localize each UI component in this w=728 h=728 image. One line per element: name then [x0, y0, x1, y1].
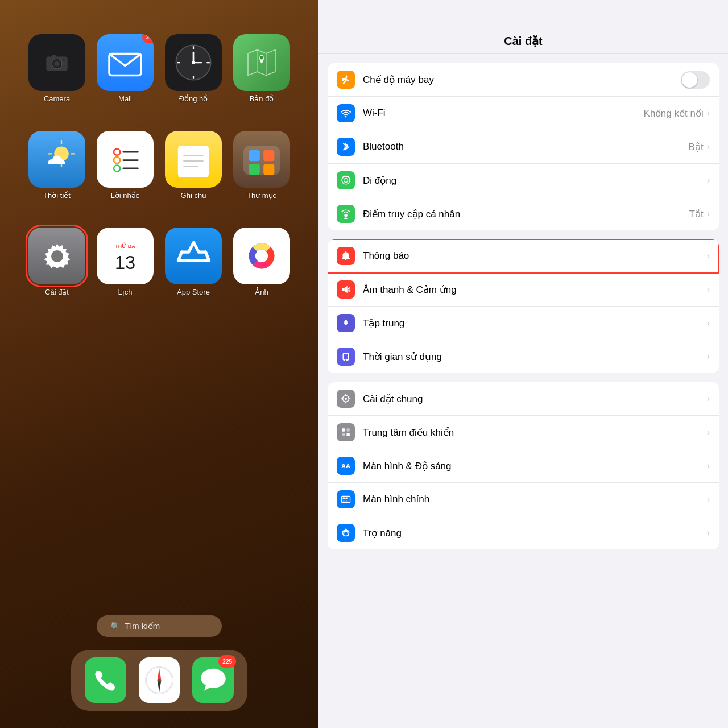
display-label: Màn hình & Độ sáng: [363, 460, 707, 472]
settings-header: Cài đặt: [318, 0, 728, 54]
svg-text:ТHỨ BA: ТHỨ BA: [115, 242, 135, 249]
svg-point-59: [344, 214, 348, 217]
svg-rect-74: [346, 428, 350, 432]
hotspot-value: Tắt: [689, 208, 704, 220]
app-folder[interactable]: Thư mục: [230, 131, 293, 222]
app-maps-label: Bản đồ: [250, 94, 274, 103]
sound-label: Âm thanh & Cảm ứng: [363, 284, 707, 296]
app-calendar[interactable]: ТHỨ BA 13 Lịch: [94, 228, 156, 318]
settings-row-display[interactable]: AA Màn hình & Độ sáng ›: [328, 449, 719, 483]
svg-point-55: [345, 116, 347, 118]
svg-point-42: [51, 250, 63, 262]
svg-point-6: [63, 59, 65, 61]
settings-row-wifi[interactable]: Wi-Fi Không kết nối ›: [328, 97, 719, 130]
settings-row-accessibility[interactable]: Trợ năng ›: [328, 516, 719, 549]
app-reminders[interactable]: Lời nhắc: [94, 131, 156, 222]
settings-group-system: Cài đặt chung › Trung tâm điều khiển ›: [328, 382, 719, 549]
cellular-icon: [337, 171, 355, 189]
app-mail-label: Mail: [118, 94, 132, 103]
svg-point-57: [344, 179, 348, 183]
app-photos[interactable]: Ảnh: [230, 228, 293, 318]
svg-point-16: [192, 61, 195, 64]
screentime-icon: [337, 348, 355, 366]
general-label: Cài đặt chung: [363, 393, 707, 405]
app-folder-label: Thư mục: [247, 191, 276, 200]
dock-safari[interactable]: [139, 657, 180, 703]
svg-rect-65: [344, 354, 348, 359]
notifications-label: Thông báo: [363, 250, 707, 262]
controlcenter-icon: [337, 423, 355, 441]
app-appstore-label: App Store: [177, 288, 210, 296]
focus-label: Tập trung: [363, 317, 707, 329]
homescreen-icon: [337, 490, 355, 508]
app-photos-label: Ảnh: [255, 288, 268, 296]
svg-point-68: [345, 398, 347, 400]
dock-phone[interactable]: [85, 657, 126, 703]
accessibility-label: Trợ năng: [363, 527, 707, 539]
svg-rect-39: [263, 164, 274, 175]
svg-point-19: [260, 56, 263, 59]
app-appstore[interactable]: App Store: [162, 228, 225, 318]
app-settings[interactable]: Cài đặt: [26, 228, 88, 318]
focus-icon: [337, 314, 355, 332]
display-icon: AA: [337, 457, 355, 475]
mail-badge: 24: [142, 34, 154, 43]
settings-row-screentime[interactable]: Thời gian sử dụng ›: [328, 340, 719, 373]
sound-icon: [337, 280, 355, 299]
app-mail[interactable]: 24 Mail: [94, 34, 156, 125]
wifi-value: Không kết nối: [644, 107, 704, 119]
app-reminders-label: Lời nhắc: [111, 191, 140, 200]
settings-row-homescreen[interactable]: Màn hình chính ›: [328, 483, 719, 516]
controlcenter-chevron: ›: [707, 427, 710, 437]
sound-chevron: ›: [707, 284, 710, 295]
svg-rect-5: [52, 55, 56, 57]
svg-rect-36: [249, 150, 260, 161]
app-camera-label: Camera: [44, 94, 70, 103]
display-chevron: ›: [707, 461, 710, 471]
settings-row-focus[interactable]: Tập trung ›: [328, 307, 719, 340]
settings-group-notifications: Thông báo › Âm thanh & Cảm ứng ›: [328, 239, 719, 373]
app-clock[interactable]: Đồng hồ: [162, 34, 225, 125]
app-maps[interactable]: Bản đồ: [230, 34, 293, 125]
messages-badge: 225: [218, 655, 236, 668]
wifi-label: Wi-Fi: [363, 107, 644, 119]
svg-point-27: [114, 157, 120, 163]
bluetooth-icon: [337, 138, 355, 156]
hotspot-chevron: ›: [707, 209, 710, 219]
svg-point-54: [158, 679, 160, 681]
controlcenter-label: Trung tâm điều khiển: [363, 427, 707, 439]
svg-text:13: 13: [115, 253, 135, 273]
svg-rect-63: [342, 288, 344, 291]
svg-rect-79: [343, 498, 345, 499]
svg-point-4: [55, 61, 59, 65]
svg-point-25: [114, 149, 120, 155]
app-camera[interactable]: Camera: [26, 34, 88, 125]
settings-title: Cài đặt: [504, 35, 543, 47]
dock-messages[interactable]: 225: [192, 657, 234, 703]
app-notes-label: Ghi chú: [181, 191, 206, 200]
settings-row-notifications[interactable]: Thông báo ›: [328, 239, 719, 273]
svg-text:AA: AA: [341, 462, 350, 469]
settings-row-sound[interactable]: Âm thanh & Cảm ứng ›: [328, 273, 719, 307]
wifi-chevron: ›: [707, 108, 710, 118]
airplane-toggle[interactable]: [681, 71, 710, 89]
settings-row-bluetooth[interactable]: Bluetooth Bật ›: [328, 130, 719, 164]
settings-row-controlcenter[interactable]: Trung tâm điều khiển ›: [328, 416, 719, 449]
svg-point-49: [257, 251, 266, 260]
settings-row-cellular[interactable]: Di động ›: [328, 164, 719, 197]
settings-row-general[interactable]: Cài đặt chung ›: [328, 382, 719, 416]
cellular-chevron: ›: [707, 175, 710, 185]
app-weather[interactable]: Thời tiết: [26, 131, 88, 222]
notifications-chevron: ›: [707, 251, 710, 261]
accessibility-icon: [337, 524, 355, 542]
search-bar[interactable]: 🔍 Tìm kiếm: [97, 615, 222, 637]
app-notes[interactable]: Ghi chú: [162, 131, 225, 222]
general-icon: [337, 390, 355, 408]
bluetooth-value: Bật: [689, 141, 704, 153]
hotspot-icon: [337, 205, 355, 223]
accessibility-chevron: ›: [707, 528, 710, 538]
app-clock-label: Đồng hồ: [179, 94, 208, 103]
settings-row-airplane[interactable]: Chế độ máy bay: [328, 63, 719, 97]
svg-rect-75: [342, 433, 345, 436]
settings-row-hotspot[interactable]: Điểm truy cập cá nhân Tắt ›: [328, 197, 719, 230]
